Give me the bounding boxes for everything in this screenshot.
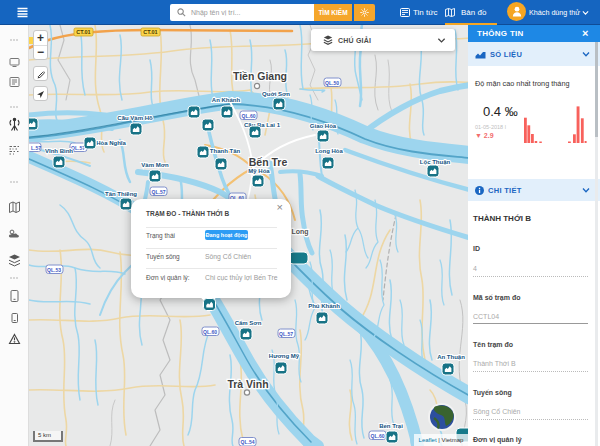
svg-text:Hương Mỹ: Hương Mỹ [269, 353, 300, 359]
svg-text:QL.53: QL.53 [47, 267, 61, 273]
svg-text:QL.57: QL.57 [152, 189, 166, 195]
svg-text:Phú Khánh: Phú Khánh [308, 303, 340, 309]
svg-text:QL.60: QL.60 [371, 433, 385, 439]
svg-text:QL.57: QL.57 [71, 145, 85, 151]
svg-text:QL.60: QL.60 [203, 329, 217, 335]
svg-text:CT.01: CT.01 [76, 29, 90, 35]
svg-text:QL.54: QL.54 [241, 439, 255, 445]
svg-text:L.57: L.57 [31, 145, 41, 151]
svg-text:Tiền Giang: Tiền Giang [233, 70, 287, 82]
svg-text:Thanh Tân: Thanh Tân [210, 148, 241, 154]
svg-text:Trà Vinh: Trà Vinh [227, 378, 268, 390]
svg-text:Hòa Nghĩa: Hòa Nghĩa [96, 140, 126, 146]
svg-text:Bến Tre: Bến Tre [249, 156, 288, 168]
svg-text:Cầu Vàm Hồ: Cầu Vàm Hồ [117, 115, 153, 121]
svg-text:QL.57: QL.57 [279, 331, 293, 337]
svg-text:Lộc Thuận: Lộc Thuận [420, 159, 451, 165]
svg-text:QL.50: QL.50 [325, 80, 339, 86]
svg-text:Mỹ Hóa: Mỹ Hóa [248, 168, 270, 174]
svg-text:Cẩm Sơn: Cẩm Sơn [235, 320, 262, 326]
svg-text:Tân Thiềng: Tân Thiềng [105, 191, 137, 197]
svg-text:Giao Hòa: Giao Hòa [310, 123, 337, 129]
svg-text:Long: Long [291, 228, 308, 236]
svg-text:QL.60: QL.60 [242, 113, 256, 119]
svg-text:CT.01: CT.01 [143, 29, 157, 35]
svg-text:An Thuận: An Thuận [437, 354, 465, 360]
svg-text:Vĩnh Bình: Vĩnh Bình [45, 148, 73, 154]
svg-text:Quới Sơn: Quới Sơn [262, 91, 290, 97]
svg-text:Vàm Mơn: Vàm Mơn [141, 162, 169, 168]
svg-text:An Khánh: An Khánh [212, 97, 241, 103]
svg-text:Bến Trại: Bến Trại [379, 423, 403, 429]
svg-text:Long Hòa: Long Hòa [315, 148, 343, 154]
